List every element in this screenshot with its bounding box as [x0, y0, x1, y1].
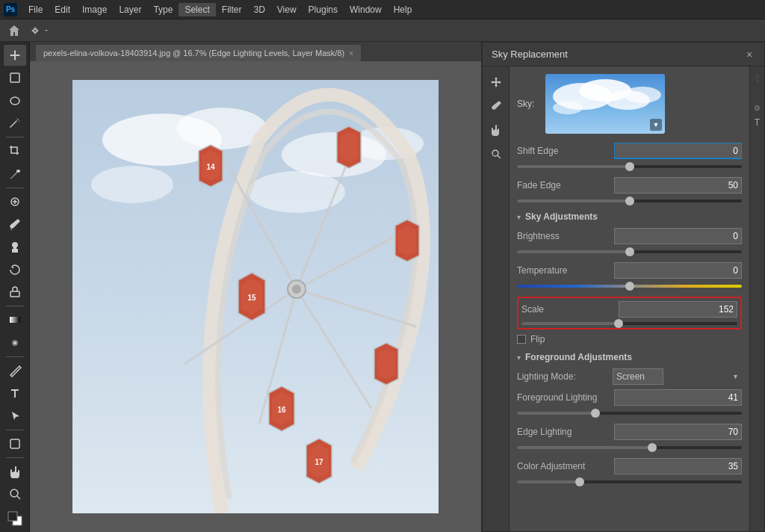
menu-window[interactable]: Window: [344, 3, 388, 16]
home-icon[interactable]: [6, 22, 22, 39]
flip-label: Flip: [530, 334, 545, 344]
foreground-adjustments-header: ▾ Foreground Adjustments: [517, 352, 742, 362]
lighting-mode-wrapper: Screen Multiply Luminosity ▼: [613, 368, 742, 385]
svg-point-20: [91, 166, 173, 203]
brightness-input[interactable]: [614, 228, 742, 244]
flip-checkbox[interactable]: [517, 335, 526, 344]
mini-tool-1[interactable]: ⋮: [752, 72, 763, 83]
path-select-tool[interactable]: [4, 405, 26, 426]
foreground-toggle[interactable]: ▾: [517, 353, 521, 362]
foreground-lighting-thumb[interactable]: [591, 409, 600, 418]
svg-rect-6: [10, 317, 20, 323]
sky-adjustments-title: Sky Adjustments: [525, 211, 598, 222]
menu-layer[interactable]: Layer: [113, 3, 147, 16]
zoom-tool[interactable]: [4, 483, 26, 504]
type-tool[interactable]: [4, 383, 26, 403]
menu-image[interactable]: Image: [76, 3, 113, 16]
mini-tool-2[interactable]: ⚙: [752, 102, 763, 113]
tab-close-button[interactable]: ×: [349, 49, 353, 58]
separator-1: [6, 137, 24, 137]
foreground-color[interactable]: [4, 508, 26, 529]
options-bar: [0, 19, 765, 42]
svg-text:14: 14: [206, 163, 215, 171]
history-brush-tool[interactable]: [4, 259, 26, 280]
edge-lighting-thumb[interactable]: [648, 443, 657, 452]
scale-input[interactable]: [619, 301, 737, 318]
svg-point-10: [10, 489, 18, 497]
temperature-slider[interactable]: [517, 285, 742, 288]
menu-type[interactable]: Type: [147, 3, 179, 16]
ps-icon: Ps: [3, 2, 18, 17]
canvas-content: 14 15: [30, 61, 481, 532]
eyedropper-tool[interactable]: [4, 164, 26, 185]
brightness-slider[interactable]: [517, 250, 742, 253]
stamp-tool[interactable]: [4, 236, 26, 257]
document-tab[interactable]: pexels-elina-volkova-18403914.jpg @ 16.7…: [36, 45, 361, 61]
menu-3d[interactable]: 3D: [247, 3, 270, 16]
tab-bar: pexels-elina-volkova-18403914.jpg @ 16.7…: [30, 42, 481, 61]
brush-tool[interactable]: [4, 214, 26, 235]
svg-text:15: 15: [247, 294, 256, 302]
menu-filter[interactable]: Filter: [216, 3, 248, 16]
sky-adjustments-header: ▾ Sky Adjustments: [517, 211, 742, 222]
menu-file[interactable]: File: [22, 3, 49, 16]
fade-edge-slider[interactable]: [517, 200, 742, 202]
move-options[interactable]: [28, 24, 49, 37]
svg-point-49: [492, 150, 498, 156]
svg-text:16: 16: [277, 406, 286, 414]
dialog-tools: [483, 66, 510, 531]
edge-lighting-input[interactable]: [614, 424, 742, 440]
dialog-hand-tool[interactable]: [486, 120, 506, 140]
foreground-lighting-input[interactable]: [614, 389, 742, 406]
shift-edge-input[interactable]: [614, 143, 742, 159]
edge-lighting-label: Edge Lighting: [517, 427, 614, 437]
pen-tool[interactable]: [4, 360, 26, 381]
dialog-close-button[interactable]: ×: [743, 49, 755, 61]
menu-help[interactable]: Help: [388, 3, 418, 16]
crop-tool[interactable]: [4, 140, 26, 161]
shift-edge-label: Shift Edge: [517, 146, 614, 156]
lasso-tool[interactable]: [4, 90, 26, 111]
brightness-thumb[interactable]: [625, 247, 634, 256]
menu-edit[interactable]: Edit: [49, 3, 76, 16]
blur-tool[interactable]: [4, 332, 26, 353]
color-adjustment-slider[interactable]: [517, 480, 742, 483]
shift-edge-thumb[interactable]: [625, 162, 634, 171]
scale-slider[interactable]: [521, 322, 737, 325]
sky-thumbnail[interactable]: ▼: [545, 74, 665, 134]
temperature-thumb[interactable]: [625, 282, 634, 291]
fade-edge-thumb[interactable]: [625, 197, 634, 205]
fade-edge-row: Fade Edge: [517, 177, 742, 194]
hand-tool[interactable]: [4, 461, 26, 482]
magic-wand-tool[interactable]: [4, 113, 26, 134]
healing-tool[interactable]: [4, 191, 26, 212]
scale-thumb[interactable]: [614, 319, 623, 328]
temperature-label: Temperature: [517, 265, 614, 276]
menu-select[interactable]: Select: [179, 3, 215, 16]
edge-lighting-slider[interactable]: [517, 446, 742, 449]
gradient-tool[interactable]: [4, 309, 26, 330]
temperature-input[interactable]: [614, 262, 742, 279]
color-adjustment-thumb[interactable]: [575, 477, 584, 486]
color-adjustment-input[interactable]: [614, 458, 742, 474]
shift-edge-slider[interactable]: [517, 165, 742, 168]
scale-slider-container: [521, 322, 737, 325]
dialog-move-tool[interactable]: [486, 72, 506, 92]
scale-row: Scale: [521, 301, 737, 318]
menu-view[interactable]: View: [271, 3, 303, 16]
menu-plugins[interactable]: Plugins: [303, 3, 344, 16]
move-tool[interactable]: [4, 45, 26, 66]
foreground-lighting-slider[interactable]: [517, 412, 742, 415]
dialog-zoom-tool[interactable]: [486, 144, 506, 164]
shape-tool[interactable]: [4, 433, 26, 454]
dialog-brush-tool[interactable]: [486, 96, 506, 116]
eraser-tool[interactable]: [4, 282, 26, 303]
separator-3: [6, 306, 24, 306]
sky-adjustments-toggle[interactable]: ▾: [517, 213, 521, 221]
scale-highlighted-container: Scale: [517, 297, 742, 330]
fade-edge-input[interactable]: [614, 177, 742, 194]
sky-dropdown-button[interactable]: ▼: [650, 119, 662, 131]
selection-tool[interactable]: [4, 67, 26, 88]
lighting-mode-select[interactable]: Screen Multiply Luminosity: [613, 368, 663, 385]
mini-tool-3[interactable]: T: [752, 117, 763, 128]
